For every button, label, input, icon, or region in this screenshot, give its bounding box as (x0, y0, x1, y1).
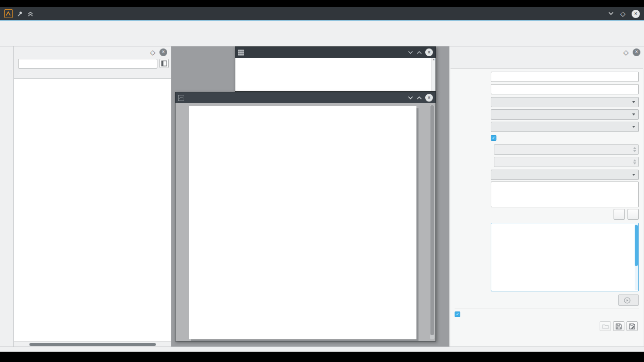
model-combobox[interactable] (491, 170, 639, 180)
fit-dock: ◇ × (449, 46, 644, 347)
search-input[interactable] (18, 59, 157, 69)
chevron-down-icon (632, 113, 635, 116)
options-button[interactable] (627, 209, 639, 220)
comment-input[interactable] (491, 84, 639, 94)
close-dock-icon[interactable]: × (633, 48, 640, 56)
cartesian-plot-toolbar (0, 46, 14, 347)
minimize-window-icon[interactable] (408, 51, 413, 55)
y-data-combobox[interactable] (491, 109, 639, 120)
spreadsheet-icon (238, 50, 244, 56)
worksheet-icon (178, 95, 184, 101)
fit-dock-tabs (449, 58, 644, 69)
statusbar (0, 347, 644, 352)
chevron-down-icon (632, 126, 635, 128)
pin-icon[interactable] (17, 11, 23, 17)
residuals-plot[interactable] (196, 255, 409, 330)
maximize-window-icon[interactable] (416, 51, 422, 55)
labplot-window: ◇ × ◇ × (0, 7, 644, 352)
fit-to-data-plot[interactable] (196, 110, 409, 249)
worksheet-window-titlebar[interactable]: × (175, 92, 436, 103)
weights-combobox[interactable] (491, 122, 639, 132)
x-data-combobox[interactable] (491, 97, 639, 107)
float-dock-icon[interactable]: ◇ (150, 48, 155, 56)
main-toolbar (0, 32, 644, 46)
worksheet-view[interactable] (175, 103, 436, 341)
save-config-button[interactable] (613, 321, 624, 331)
spreadsheet-scrollbar[interactable]: ▲ (431, 58, 436, 91)
formula-textedit[interactable] (491, 182, 639, 207)
load-config-button[interactable] (600, 321, 611, 331)
spreadsheet-window-titlebar[interactable]: × (235, 47, 436, 58)
save-config-as-button[interactable] (626, 321, 638, 331)
screen: ◇ × ◇ × (0, 0, 644, 362)
name-input[interactable] (491, 72, 639, 82)
tree-horizontal-scrollbar[interactable] (14, 341, 171, 347)
minimize-window-icon[interactable] (408, 96, 413, 100)
max-spinbox[interactable] (494, 157, 639, 167)
visible-checkbox[interactable]: ✓ (455, 311, 460, 317)
min-spinbox[interactable] (494, 144, 639, 155)
chevron-down-icon (632, 101, 635, 103)
chevron-down-icon (632, 174, 635, 176)
shade-icon[interactable] (608, 11, 614, 16)
tree-header[interactable] (14, 69, 171, 79)
window-titlebar[interactable]: ◇ × (0, 7, 644, 21)
float-dock-icon[interactable]: ◇ (623, 48, 629, 56)
close-window-icon[interactable]: × (425, 48, 433, 56)
recalculate-button[interactable] (618, 294, 639, 306)
menubar (0, 21, 644, 32)
parameters-button[interactable] (614, 209, 625, 220)
auto-range-checkbox[interactable]: ✓ (491, 135, 496, 141)
labplot-app-icon (4, 9, 13, 18)
worksheet-scrollbar[interactable] (430, 105, 434, 339)
worksheet-window[interactable]: × (175, 92, 436, 341)
close-dock-icon[interactable]: × (159, 48, 167, 56)
worksheet-page[interactable] (189, 106, 416, 339)
close-icon[interactable]: × (632, 10, 640, 18)
project-tree (14, 79, 171, 341)
spreadsheet-window[interactable]: × ▲ (235, 46, 436, 92)
maximize-icon[interactable]: ◇ (620, 10, 625, 18)
results-scrollbar[interactable] (635, 224, 638, 290)
close-window-icon[interactable]: × (425, 94, 433, 102)
project-explorer-dock: ◇ × (14, 46, 171, 347)
filter-options-button[interactable] (159, 59, 169, 68)
maximize-window-icon[interactable] (416, 96, 422, 100)
mdi-area: × ▲ × (171, 46, 449, 347)
chevrons-up-icon[interactable] (27, 11, 34, 17)
results-textedit[interactable] (491, 223, 639, 291)
run-icon (624, 297, 631, 304)
